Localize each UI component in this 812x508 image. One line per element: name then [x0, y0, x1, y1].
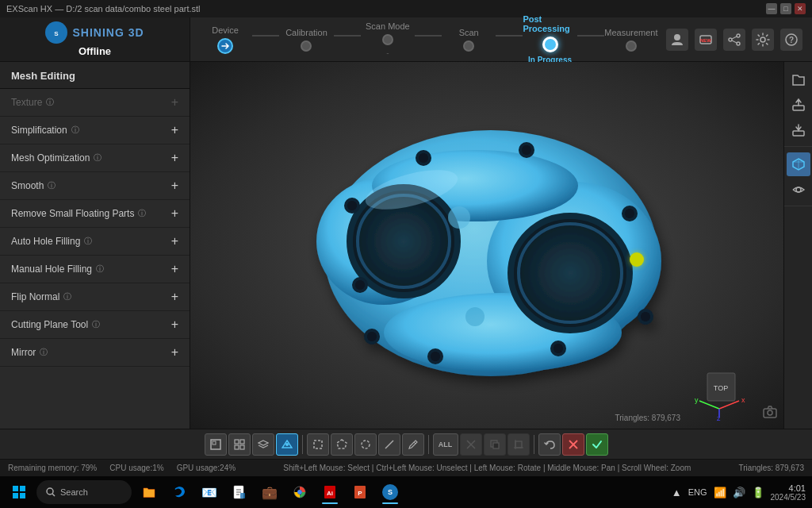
- nav-step-scan[interactable]: Scan: [442, 28, 496, 52]
- svg-text:z: z: [717, 414, 721, 421]
- svg-text:TOP: TOP: [714, 384, 728, 392]
- taskbar-app-notepad[interactable]: [227, 479, 252, 505]
- help-icon[interactable]: ?: [780, 29, 802, 51]
- toolbar-select-poly-btn[interactable]: [331, 433, 353, 456]
- taskbar-app-mail[interactable]: 📧: [197, 479, 222, 505]
- mesh-opt-expand-icon[interactable]: +: [171, 151, 178, 165]
- camera-icon[interactable]: [763, 405, 777, 422]
- start-button[interactable]: [6, 479, 32, 505]
- open-file-icon[interactable]: [787, 67, 810, 91]
- nav-step-calibration[interactable]: Calibration: [279, 28, 333, 52]
- taskbar-app-chrome[interactable]: [287, 479, 312, 505]
- svg-line-8: [732, 37, 737, 39]
- sidebar-item-mesh-optimization[interactable]: Mesh Optimization ⓘ +: [0, 144, 190, 172]
- flip-normal-expand-icon[interactable]: +: [171, 290, 178, 304]
- simplification-expand-icon[interactable]: +: [171, 123, 178, 137]
- taskbar-app-teams[interactable]: 💼: [257, 479, 282, 505]
- close-button[interactable]: ✕: [795, 3, 806, 14]
- tray-wifi[interactable]: 📶: [714, 487, 726, 498]
- smooth-info-icon: ⓘ: [48, 180, 56, 191]
- svg-line-47: [719, 401, 739, 409]
- taskbar-search[interactable]: Search: [36, 480, 132, 504]
- texture-expand-icon[interactable]: +: [171, 95, 178, 110]
- 3d-view-icon[interactable]: [787, 152, 810, 176]
- manual-hole-expand-icon[interactable]: +: [171, 262, 178, 276]
- sidebar-item-mirror[interactable]: Mirror ⓘ +: [0, 339, 190, 367]
- viewport[interactable]: TOP x y z Triangles: 879,673: [190, 62, 783, 429]
- nav-step-post-processing[interactable]: Post Processing In Progress: [523, 14, 576, 64]
- toolbar-sep-3: [534, 435, 534, 454]
- nav-step-measurement[interactable]: Measurement: [604, 28, 658, 52]
- taskbar-app-shining3d[interactable]: S: [377, 479, 403, 505]
- toolbar-select-rect-btn[interactable]: [307, 433, 329, 456]
- toolbar-select-all-btn[interactable]: ALL: [433, 433, 458, 456]
- remove-floating-expand-icon[interactable]: +: [171, 206, 178, 221]
- taskbar-clock[interactable]: 4:01 2024/5/23: [771, 483, 806, 502]
- tray-expand[interactable]: ▲: [672, 487, 682, 498]
- sidebar-item-auto-hole[interactable]: Auto Hole Filling ⓘ +: [0, 228, 190, 256]
- sidebar-item-flip-normal[interactable]: Flip Normal ⓘ +: [0, 283, 190, 311]
- sidebar-label-manual-hole: Manual Hole Filling ⓘ: [11, 264, 104, 275]
- sidebar-item-smooth[interactable]: Smooth ⓘ +: [0, 172, 190, 200]
- tray-battery[interactable]: 🔋: [752, 487, 764, 498]
- share-icon[interactable]: [723, 29, 745, 51]
- taskbar-app-acrobat[interactable]: Ai: [317, 479, 343, 505]
- new-badge-icon[interactable]: NEW: [695, 29, 717, 51]
- svg-text:x: x: [741, 396, 745, 404]
- toolbar-close-btn[interactable]: [562, 433, 584, 456]
- triangle-count: Triangles: 879,673: [615, 414, 680, 422]
- svg-rect-64: [235, 445, 239, 449]
- toolbar-subtract-btn[interactable]: [484, 433, 506, 456]
- maximize-button[interactable]: □: [780, 3, 791, 14]
- nav-step-scan-mode[interactable]: Scan Mode -: [361, 21, 415, 57]
- sidebar-item-cutting-plane[interactable]: Cutting Plane Tool ⓘ +: [0, 311, 190, 339]
- toolbar-grid-btn[interactable]: [228, 433, 251, 456]
- minimize-button[interactable]: —: [766, 3, 777, 14]
- taskbar-app-explorer[interactable]: [136, 479, 162, 505]
- taskbar-app-powerpoint[interactable]: P: [347, 479, 373, 505]
- toolbar-pen-btn[interactable]: [402, 433, 424, 456]
- window-controls[interactable]: — □ ✕: [766, 3, 806, 14]
- sidebar-label-mirror: Mirror ⓘ: [11, 347, 48, 358]
- mirror-expand-icon[interactable]: +: [171, 345, 178, 360]
- svg-text:?: ?: [789, 36, 794, 44]
- nav-step-measurement-dot: [626, 40, 637, 52]
- export-icon[interactable]: [787, 93, 810, 117]
- tray-lang[interactable]: ENG: [688, 487, 707, 497]
- toolbar-cancel-sel-btn[interactable]: [460, 433, 482, 456]
- nav-step-device[interactable]: Device: [198, 25, 252, 54]
- smooth-expand-icon[interactable]: +: [171, 179, 178, 193]
- toolbar-undo-btn[interactable]: [538, 433, 561, 456]
- toolbar-select-circle-btn[interactable]: [354, 433, 377, 456]
- logo-brand: SHINING 3D: [72, 26, 144, 39]
- nav-connector-2: [334, 35, 361, 37]
- statusbar-left: Remaining memory: 79% CPU usage:1% GPU u…: [8, 464, 236, 472]
- settings-icon[interactable]: [752, 29, 774, 51]
- visibility-toggle-icon[interactable]: [787, 178, 810, 202]
- sidebar-item-manual-hole[interactable]: Manual Hole Filling ⓘ +: [0, 256, 190, 283]
- right-panel-group-files: [784, 67, 812, 147]
- nav-step-scan-label: Scan: [459, 28, 479, 37]
- toolbar-scan-mode-btn[interactable]: [276, 433, 298, 456]
- sidebar-item-remove-floating[interactable]: Remove Small Floating Parts ⓘ +: [0, 200, 190, 228]
- header-icons: NEW ?: [666, 29, 812, 51]
- sidebar-item-texture[interactable]: Texture ⓘ +: [0, 89, 190, 117]
- svg-rect-56: [793, 131, 804, 136]
- logo-area: S SHINING 3D Offline: [0, 17, 190, 61]
- toolbar-crop-btn[interactable]: [508, 433, 530, 456]
- toolbar-layers-btn[interactable]: [252, 433, 274, 456]
- cutting-plane-expand-icon[interactable]: +: [171, 318, 178, 332]
- taskbar-app-edge[interactable]: [167, 479, 192, 505]
- cpu-status: CPU usage:1%: [109, 464, 163, 472]
- toolbar-frame-btn[interactable]: [205, 433, 227, 456]
- profile-icon[interactable]: [666, 29, 688, 51]
- tray-sound[interactable]: 🔊: [733, 487, 745, 498]
- svg-point-86: [47, 488, 53, 495]
- toolbar-line-tool-btn[interactable]: [378, 433, 400, 456]
- svg-rect-63: [240, 440, 244, 444]
- sidebar-item-simplification[interactable]: Simplification ⓘ +: [0, 117, 190, 144]
- sidebar-label-cutting-plane: Cutting Plane Tool ⓘ: [11, 319, 100, 330]
- auto-hole-expand-icon[interactable]: +: [171, 234, 178, 248]
- toolbar-confirm-btn[interactable]: [586, 433, 608, 456]
- import-icon[interactable]: [787, 118, 810, 142]
